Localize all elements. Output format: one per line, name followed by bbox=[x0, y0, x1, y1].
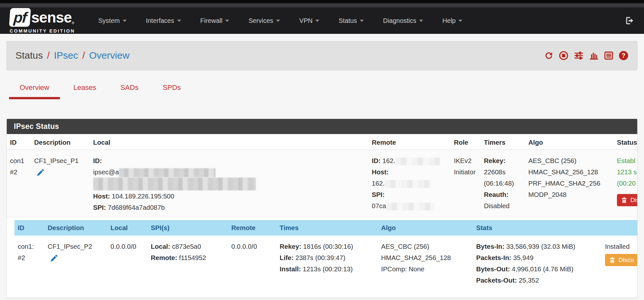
col-algo: Algo bbox=[378, 220, 473, 236]
cell-remote: 0.0.0.0/0 bbox=[228, 236, 276, 289]
edit-pencil-icon[interactable] bbox=[50, 255, 58, 266]
registered-mark: ® bbox=[72, 21, 74, 25]
filter-sliders-icon[interactable] bbox=[573, 51, 584, 61]
svg-text:?: ? bbox=[622, 52, 626, 59]
main-navbar: pf sense ® COMMUNITY EDITION System Inte… bbox=[0, 7, 644, 34]
cell-remote: ID: 162. Host: 162. SPI: 07ca bbox=[369, 150, 451, 217]
ipsec-status-panel: IPsec Status ID Description Local Remote… bbox=[6, 119, 638, 298]
pfsense-logo[interactable]: pf sense ® COMMUNITY EDITION bbox=[10, 8, 75, 34]
col-local: Local bbox=[107, 220, 148, 236]
col-local: Local bbox=[90, 134, 369, 150]
top-black-strip bbox=[0, 0, 644, 3]
caret-down-icon bbox=[276, 20, 280, 22]
cell-stats: Bytes-In: 33,586,939 (32.03 MiB) Packets… bbox=[473, 236, 602, 289]
nav-item-interfaces[interactable]: Interfaces bbox=[136, 7, 191, 34]
caret-down-icon bbox=[177, 20, 181, 22]
nav-item-help[interactable]: Help bbox=[433, 7, 472, 34]
cell-state: Installed Disco bbox=[602, 236, 638, 289]
cell-local: ID: ipsec@a Host: 104.189.226.195:500 SP… bbox=[90, 150, 369, 217]
tab-spds[interactable]: SPDs bbox=[152, 80, 191, 99]
cell-spis: Local: c873e5a0 Remote: f1154952 bbox=[148, 236, 228, 289]
col-stats: Stats bbox=[473, 220, 602, 236]
redacted-block bbox=[93, 178, 256, 190]
community-edition-label: COMMUNITY EDITION bbox=[10, 28, 75, 34]
cell-description: CF1_IPsec_P2 bbox=[44, 236, 107, 289]
cell-id: con1 #2 bbox=[7, 150, 31, 217]
redacted-block bbox=[385, 180, 432, 188]
breadcrumb-separator: / bbox=[82, 50, 85, 61]
nav-item-status[interactable]: Status bbox=[329, 7, 373, 34]
cell-role: IKEv2 Initiator bbox=[451, 150, 481, 217]
redacted-block bbox=[119, 168, 216, 177]
cell-status: Establ 1213 s (00:20 Dis bbox=[614, 150, 638, 217]
cell-id: con1: #2 bbox=[14, 236, 44, 289]
caret-down-icon bbox=[123, 20, 127, 22]
col-description: Description bbox=[31, 134, 90, 150]
nav-item-diagnostics[interactable]: Diagnostics bbox=[373, 7, 433, 34]
col-remote: Remote bbox=[369, 134, 451, 150]
caret-down-icon bbox=[360, 20, 364, 22]
child-sa-table: ID Description Local SPI(s) Remote Times… bbox=[14, 220, 638, 289]
disconnect-child-button[interactable]: Disco bbox=[605, 254, 638, 266]
page-toolbar: ? bbox=[544, 51, 629, 61]
ike-header-row: ID Description Local Remote Role Timers … bbox=[7, 134, 638, 150]
child-sa-section: ID Description Local SPI(s) Remote Times… bbox=[7, 217, 637, 298]
col-timers: Timers bbox=[481, 134, 525, 150]
stop-icon[interactable] bbox=[559, 51, 569, 61]
tab-leases[interactable]: Leases bbox=[63, 80, 107, 99]
bar-chart-icon[interactable] bbox=[589, 51, 599, 61]
pfsense-logo-tile: pf bbox=[9, 8, 31, 27]
sign-out-icon[interactable] bbox=[625, 16, 634, 25]
col-status: Status bbox=[614, 134, 638, 150]
status-established: Establ 1213 s (00:20 bbox=[617, 157, 637, 187]
breadcrumb-root: Status bbox=[15, 50, 43, 61]
cell-local: 0.0.0.0/0 bbox=[107, 236, 148, 289]
disconnect-button[interactable]: Dis bbox=[617, 194, 638, 206]
cell-description: CF1_IPsec_P1 bbox=[31, 150, 90, 217]
top-gray-strip bbox=[0, 3, 644, 7]
caret-down-icon bbox=[225, 20, 229, 22]
tab-sads[interactable]: SADs bbox=[110, 80, 149, 99]
breadcrumb-link-ipsec[interactable]: IPsec bbox=[54, 50, 78, 61]
col-state bbox=[602, 220, 638, 236]
child-sa-row: con1: #2 CF1_IPsec_P2 0.0.0.0/0 bbox=[14, 236, 638, 289]
log-list-icon[interactable] bbox=[604, 51, 614, 61]
pfsense-logo-text: sense bbox=[31, 9, 72, 26]
col-remote: Remote bbox=[228, 220, 276, 236]
edit-pencil-icon[interactable] bbox=[36, 169, 44, 180]
breadcrumb-bar: Status / IPsec / Overview ? bbox=[6, 41, 638, 70]
nav-item-vpn[interactable]: VPN bbox=[290, 7, 329, 34]
cell-algo: AES_CBC (256) HMAC_SHA2_256_128 PRF_HMAC… bbox=[525, 150, 614, 217]
refresh-icon[interactable] bbox=[544, 51, 554, 61]
cell-algo: AES_CBC (256) HMAC_SHA2_256_128 IPComp: … bbox=[378, 236, 473, 289]
cell-timers: Rekey: 22608s (06:16:48) Reauth: Disable… bbox=[481, 150, 525, 217]
help-icon[interactable]: ? bbox=[619, 51, 629, 61]
ike-sa-row: con1 #2 CF1_IPsec_P1 ID: ipsec@a Host: 1… bbox=[7, 150, 638, 217]
nav-item-firewall[interactable]: Firewall bbox=[191, 7, 239, 34]
redacted-block bbox=[395, 158, 440, 165]
caret-down-icon bbox=[419, 20, 423, 22]
breadcrumb-separator: / bbox=[47, 50, 50, 61]
panel-title: IPsec Status bbox=[7, 119, 637, 134]
nav-menu: System Interfaces Firewall Services VPN … bbox=[89, 7, 472, 34]
caret-down-icon bbox=[458, 20, 462, 22]
col-times: Times bbox=[276, 220, 378, 236]
tab-overview[interactable]: Overview bbox=[9, 80, 60, 99]
col-algo: Algo bbox=[525, 134, 614, 150]
trash-icon bbox=[621, 197, 628, 204]
col-id: ID bbox=[7, 134, 31, 150]
col-role: Role bbox=[451, 134, 481, 150]
col-description: Description bbox=[44, 220, 107, 236]
child-header-row: ID Description Local SPI(s) Remote Times… bbox=[14, 220, 638, 236]
nav-item-services[interactable]: Services bbox=[239, 7, 290, 34]
col-spis: SPI(s) bbox=[148, 220, 228, 236]
state-installed: Installed bbox=[605, 243, 630, 250]
cell-times: Rekey: 1816s (00:30:16) Life: 2387s (00:… bbox=[276, 236, 378, 289]
ipsec-tabs: Overview Leases SADs SPDs bbox=[6, 80, 638, 99]
breadcrumb: Status / IPsec / Overview bbox=[15, 50, 130, 61]
breadcrumb-link-overview[interactable]: Overview bbox=[89, 50, 130, 61]
caret-down-icon bbox=[315, 20, 319, 22]
col-id: ID bbox=[14, 220, 44, 236]
redacted-block bbox=[386, 203, 434, 210]
nav-item-system[interactable]: System bbox=[89, 7, 136, 34]
